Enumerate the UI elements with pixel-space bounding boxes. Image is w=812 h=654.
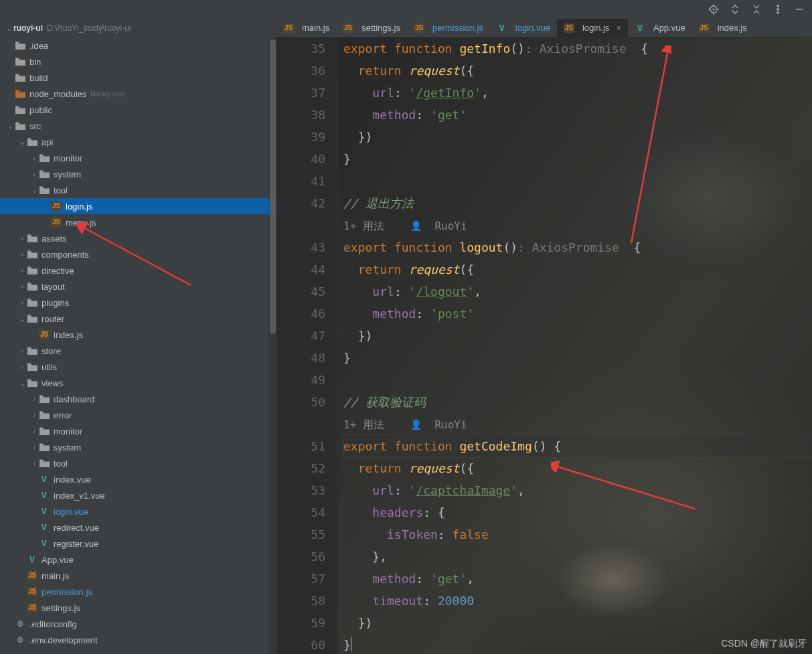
minimize-icon[interactable] [793, 3, 805, 15]
tab-App.vue[interactable]: VApp.vue [628, 19, 692, 37]
tab-login.js[interactable]: JSlogin.js× [557, 19, 628, 37]
project-path: D:\RuoYi_study\ruoyi-ui [47, 23, 131, 33]
settings-icon[interactable] [772, 3, 784, 15]
tree-node-assets[interactable]: ›assets [0, 230, 276, 246]
folder-icon [39, 153, 50, 163]
tree-node-login.js[interactable]: JSlogin.js [0, 198, 276, 214]
folder-icon [15, 120, 25, 131]
js-file-icon: JS [27, 571, 37, 580]
tree-node-App.vue[interactable]: VApp.vue [0, 552, 276, 568]
tree-node-.env.development[interactable]: ⚙.env.development [0, 632, 276, 648]
tree-label: assets [42, 234, 67, 244]
tree-node-index_v1.vue[interactable]: Vindex_v1.vue [0, 487, 276, 503]
usage-hint[interactable]: 1+ 用法 👤 RuoYi [343, 215, 467, 237]
tree-node-public[interactable]: public [0, 102, 276, 118]
tree-node-tool[interactable]: ›tool [0, 455, 276, 471]
tree-chevron-icon: › [29, 395, 39, 403]
vue-file-icon: V [39, 490, 50, 501]
folder-icon [27, 345, 37, 356]
code-editor[interactable]: 3536373839404142434445464748495051525354… [276, 37, 812, 654]
tree-node-main.js[interactable]: JSmain.js [0, 568, 276, 584]
js-file-icon: JS [699, 23, 710, 33]
tree-node-index.vue[interactable]: Vindex.vue [0, 471, 276, 487]
tree-node-store[interactable]: ›store [0, 343, 276, 359]
file-tree[interactable]: .ideabinbuildnode_moduleslibrary rootpub… [0, 37, 276, 654]
tree-node-tool[interactable]: ⌄tool [0, 182, 276, 198]
tree-node-dashboard[interactable]: ›dashboard [0, 391, 276, 407]
tree-subtext: library root [90, 90, 125, 98]
tree-label: api [42, 137, 53, 147]
tree-label: .env.development [29, 635, 98, 645]
tree-node-router[interactable]: ⌄router [0, 311, 276, 327]
folder-icon [15, 88, 25, 99]
js-file-icon: JS [283, 23, 294, 33]
tree-node-index.js[interactable]: JSindex.js [0, 327, 276, 343]
tree-node-directive[interactable]: ›directive [0, 262, 276, 278]
tree-node-register.vue[interactable]: Vregister.vue [0, 536, 276, 552]
project-toolbar [0, 0, 812, 19]
tree-node-src[interactable]: ⌄src [0, 118, 276, 134]
target-icon[interactable] [708, 3, 720, 15]
tree-node-permission.js[interactable]: JSpermission.js [0, 584, 276, 600]
folder-icon [15, 72, 25, 83]
tab-main.js[interactable]: JSmain.js [276, 19, 336, 37]
tree-node-build[interactable]: build [0, 70, 276, 86]
tree-node-error[interactable]: ›error [0, 407, 276, 423]
tree-node-monitor[interactable]: ›monitor [0, 150, 276, 166]
project-panel: ⌄ ruoyi-ui D:\RuoYi_study\ruoyi-ui .idea… [0, 19, 276, 654]
tree-node-node_modules[interactable]: node_moduleslibrary root [0, 86, 276, 102]
tree-node-bin[interactable]: bin [0, 54, 276, 70]
tree-node-utils[interactable]: ›utils [0, 359, 276, 375]
chevron-down-icon[interactable]: ⌄ [4, 24, 13, 33]
tree-label: index.js [54, 330, 83, 340]
tab-settings.js[interactable]: JSsettings.js [336, 19, 407, 37]
tree-label: src [29, 121, 41, 131]
tree-node-views[interactable]: ⌄views [0, 375, 276, 391]
tree-node-components[interactable]: ›components [0, 246, 276, 262]
tree-scrollbar[interactable] [268, 37, 276, 654]
tree-label: public [29, 105, 52, 115]
vue-file-icon: V [39, 538, 50, 549]
tree-label: .idea [29, 41, 48, 51]
folder-icon [39, 185, 50, 195]
vue-file-icon: V [635, 23, 645, 33]
usage-hint[interactable]: 1+ 用法 👤 RuoYi [343, 414, 467, 436]
config-file-icon: ⚙ [15, 619, 25, 629]
tab-index.js[interactable]: JSindex.js [692, 19, 754, 37]
tree-label: node_modules [29, 89, 86, 99]
tree-label: router [42, 314, 64, 324]
tab-label: main.js [302, 23, 329, 33]
close-icon[interactable]: × [616, 23, 621, 33]
vue-file-icon: V [27, 554, 37, 565]
tree-node-monitor[interactable]: ›monitor [0, 423, 276, 439]
tree-node-system[interactable]: ›system [0, 439, 276, 455]
tree-node-layout[interactable]: ›layout [0, 278, 276, 295]
tree-node-redirect.vue[interactable]: Vredirect.vue [0, 519, 276, 536]
expand-all-icon[interactable] [729, 3, 741, 15]
tree-node-api[interactable]: ⌄api [0, 134, 276, 150]
folder-icon [39, 426, 50, 436]
js-file-icon: JS [414, 23, 424, 33]
tree-label: dashboard [54, 394, 94, 404]
tree-node-.idea[interactable]: .idea [0, 37, 276, 54]
vue-file-icon: V [497, 23, 507, 33]
tree-node-.editorconfig[interactable]: ⚙.editorconfig [0, 616, 276, 632]
folder-icon [39, 458, 50, 469]
collapse-all-icon[interactable] [750, 3, 762, 15]
tree-chevron-icon: › [17, 250, 27, 258]
tree-label: views [42, 378, 64, 388]
tab-permission.js[interactable]: JSpermission.js [407, 19, 490, 37]
tree-node-menu.js[interactable]: JSmenu.js [0, 214, 276, 230]
tree-node-system[interactable]: ›system [0, 166, 276, 182]
tree-label: bin [29, 57, 41, 67]
tree-label: components [42, 250, 89, 260]
tab-label: login.js [582, 23, 609, 33]
tree-label: store [42, 346, 61, 356]
tree-node-login.vue[interactable]: Vlogin.vue [0, 503, 276, 519]
tree-label: directive [42, 266, 74, 276]
tree-node-plugins[interactable]: ›plugins [0, 295, 276, 311]
tree-node-settings.js[interactable]: JSsettings.js [0, 600, 276, 616]
tab-login.vue[interactable]: Vlogin.vue [490, 19, 557, 37]
js-file-icon: JS [343, 23, 353, 33]
folder-icon [39, 169, 50, 179]
